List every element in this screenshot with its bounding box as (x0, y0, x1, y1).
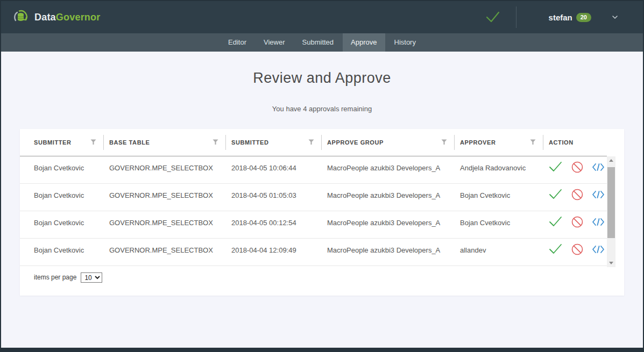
table-row: Bojan Cvetkovic GOVERNOR.MPE_SELECTBOX 2… (20, 156, 607, 183)
cell-submitted: 2018-04-05 01:05:03 (226, 183, 322, 211)
cell-approve-group: MacroPeople azukbi3 Developers_A (322, 183, 455, 211)
approve-button[interactable] (549, 216, 562, 227)
reject-button[interactable] (571, 216, 583, 228)
items-per-page-label: items per page (34, 274, 76, 281)
column-label: BASE TABLE (109, 139, 150, 146)
scrollbar-down-arrow[interactable] (607, 259, 615, 267)
page-title: Review and Approve (1, 70, 643, 87)
table-row: Bojan Cvetkovic GOVERNOR.MPE_SELECTBOX 2… (20, 183, 607, 211)
app-window: DataGovernor stefan 20 Editor Viewer Sub… (1, 1, 643, 348)
approvals-table-card: SUBMITTER BASE TABLE SUBMITTED APPROVE G… (20, 129, 624, 296)
column-label: SUBMITTER (34, 139, 72, 146)
cell-submitted: 2018-04-05 00:12:54 (226, 211, 322, 238)
reject-button[interactable] (571, 243, 583, 255)
approvals-table: SUBMITTER BASE TABLE SUBMITTED APPROVE G… (20, 129, 607, 266)
cell-action (543, 183, 607, 211)
table-header-row: SUBMITTER BASE TABLE SUBMITTED APPROVE G… (20, 129, 607, 156)
cell-approve-group: MacroPeople azukbi3 Developers_A (322, 238, 455, 265)
brand-logo[interactable]: DataGovernor (13, 9, 100, 25)
cell-approver: Bojan Cvetkovic (455, 183, 543, 211)
tab-submitted[interactable]: Submitted (294, 33, 342, 52)
table-row: Bojan Cvetkovic GOVERNOR.MPE_SELECTBOX 2… (20, 238, 607, 265)
scrollbar-up-arrow[interactable] (607, 156, 615, 164)
approve-button[interactable] (549, 161, 562, 173)
cell-base-table: GOVERNOR.MPE_SELECTBOX (104, 183, 226, 211)
cell-submitter: Bojan Cvetkovic (20, 183, 104, 211)
user-name: stefan (549, 13, 572, 22)
cell-approve-group: MacroPeople azukbi3 Developers_A (322, 156, 455, 183)
cell-submitter: Bojan Cvetkovic (20, 211, 104, 238)
column-header-action: ACTION (543, 129, 607, 156)
items-per-page-select[interactable]: 10 (81, 272, 102, 283)
filter-icon[interactable] (530, 139, 536, 145)
view-code-button[interactable] (592, 163, 604, 171)
table-body: Bojan Cvetkovic GOVERNOR.MPE_SELECTBOX 2… (20, 156, 607, 265)
user-approval-count-badge: 20 (576, 13, 591, 22)
cell-action (543, 211, 607, 238)
cell-submitter: Bojan Cvetkovic (20, 156, 104, 183)
column-header-approver: APPROVER (455, 129, 543, 156)
top-header-bar: DataGovernor stefan 20 (1, 1, 643, 33)
filter-icon[interactable] (213, 139, 218, 145)
brand-name-governor: Governor (56, 12, 101, 23)
cell-approver: Andjela Radovanovic (455, 156, 543, 183)
brand-name: DataGovernor (34, 12, 100, 23)
approvals-remaining-text: You have 4 approvals remaining (1, 105, 643, 113)
approvals-check-icon[interactable] (485, 11, 501, 24)
tab-approve[interactable]: Approve (343, 33, 385, 52)
column-header-base-table: BASE TABLE (104, 129, 226, 156)
table-row: Bojan Cvetkovic GOVERNOR.MPE_SELECTBOX 2… (20, 211, 607, 238)
main-nav-bar: Editor Viewer Submitted Approve History (1, 33, 643, 52)
reject-button[interactable] (571, 161, 583, 173)
cell-approve-group: MacroPeople azukbi3 Developers_A (322, 211, 455, 238)
scrollbar-thumb[interactable] (607, 167, 615, 238)
user-menu[interactable]: stefan 20 (549, 13, 618, 22)
cell-submitted: 2018-04-04 12:09:49 (226, 238, 322, 265)
cell-base-table: GOVERNOR.MPE_SELECTBOX (104, 156, 226, 183)
column-header-approve-group: APPROVE GROUP (322, 129, 455, 156)
cell-approver: Bojan Cvetkovic (455, 211, 543, 238)
tab-viewer[interactable]: Viewer (256, 33, 293, 52)
cell-base-table: GOVERNOR.MPE_SELECTBOX (104, 211, 226, 238)
column-label: APPROVER (460, 139, 496, 146)
view-code-button[interactable] (592, 190, 604, 199)
cell-action (543, 156, 607, 183)
column-label: ACTION (549, 139, 574, 146)
database-logo-icon (13, 9, 29, 25)
reject-button[interactable] (571, 189, 583, 200)
view-code-button[interactable] (592, 218, 604, 226)
filter-icon[interactable] (441, 139, 447, 145)
cell-submitted: 2018-04-05 10:06:44 (226, 156, 322, 183)
table-footer: items per page 10 (20, 266, 624, 286)
view-code-button[interactable] (592, 245, 604, 254)
column-label: APPROVE GROUP (327, 139, 384, 146)
filter-icon[interactable] (308, 139, 314, 145)
cell-submitter: Bojan Cvetkovic (20, 238, 104, 265)
tab-history[interactable]: History (386, 33, 424, 52)
topbar-right-section: stefan 20 (485, 6, 643, 28)
chevron-down-icon[interactable] (612, 15, 618, 19)
approve-button[interactable] (549, 243, 562, 255)
column-label: SUBMITTED (231, 139, 269, 146)
filter-icon[interactable] (90, 139, 96, 145)
topbar-divider (516, 6, 516, 28)
table-scrollbar[interactable] (607, 156, 615, 267)
cell-base-table: GOVERNOR.MPE_SELECTBOX (104, 238, 226, 265)
cell-action (543, 238, 607, 265)
brand-name-data: Data (34, 12, 56, 23)
approve-button[interactable] (549, 189, 562, 200)
tab-editor[interactable]: Editor (220, 33, 254, 52)
cell-approver: allandev (455, 238, 543, 265)
column-header-submitter: SUBMITTER (20, 129, 104, 156)
column-header-submitted: SUBMITTED (226, 129, 322, 156)
